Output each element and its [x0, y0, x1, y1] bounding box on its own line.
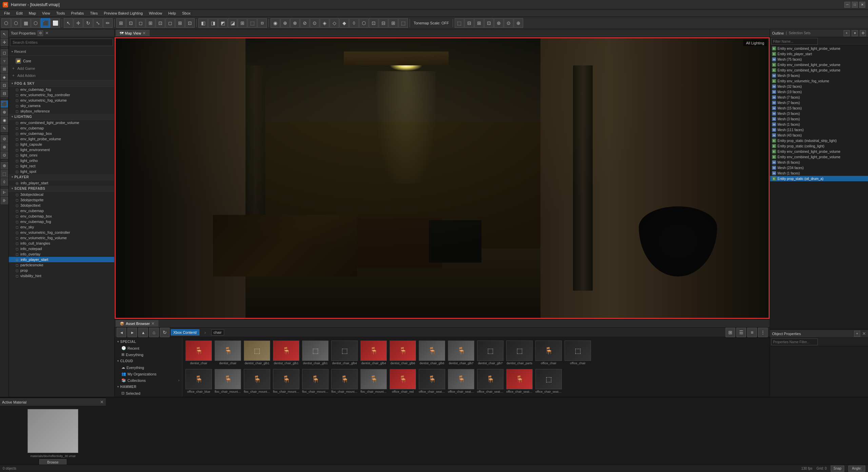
tool-6[interactable]: ◈ [1, 74, 8, 81]
entity-sp-cubemap-box[interactable]: ◻ env_cubemap_box [9, 213, 114, 219]
fog-sky-header[interactable]: FOG & SKY [9, 81, 114, 87]
lighting-header[interactable]: LIGHTING [9, 114, 114, 120]
asset-tab-close[interactable]: ✕ [151, 321, 155, 326]
boundary-btn-2[interactable]: ⬡ [11, 18, 21, 28]
entity-cubemap-box[interactable]: ◻ env_cubemap_box [9, 131, 114, 136]
entity-light-spot[interactable]: ◻ light_spot [9, 169, 114, 174]
paint-btn[interactable]: ✏ [103, 18, 113, 28]
view-btn-2[interactable]: ◨ [208, 18, 218, 28]
obj-prop-add[interactable]: + [854, 331, 860, 337]
map-view-tab[interactable]: 🗺 Map View ✕ [116, 30, 150, 36]
add-game-btn[interactable]: ＋ Add Game [12, 65, 112, 72]
asset-everything-special[interactable]: ⊞ Everything [115, 351, 182, 358]
misc-btn-4[interactable]: ⊘ [300, 18, 310, 28]
outline-item-env-combined-3[interactable]: E Entity env_combined_light_probe_volume [770, 67, 868, 73]
disp-btn-2[interactable]: ⊟ [465, 18, 474, 28]
outline-filter-input[interactable] [771, 38, 818, 45]
asset-office-red[interactable]: 🪑 office_chair_red [389, 368, 416, 394]
tool-16[interactable]: ⊛ [1, 162, 8, 169]
asset-floc-1[interactable]: 🪑 floc_chair_mount_glb_5 [214, 368, 241, 394]
menu-prefabs[interactable]: Prefabs [68, 11, 86, 16]
outline-item-env-combined-2[interactable]: E Entity env_combined_light_probe_volume [770, 62, 868, 67]
entity-info-cull[interactable]: ◻ info_cull_triangles [9, 241, 114, 246]
misc-btn-8[interactable]: ◆ [339, 18, 349, 28]
tool-12[interactable]: ✎ [1, 125, 8, 132]
asset-view-details[interactable]: ≡ [747, 328, 757, 337]
asset-dentist-chair-6[interactable]: ⬚ dentist_chair_glb4 [331, 340, 358, 366]
obj-prop-close[interactable]: ✕ [862, 331, 866, 336]
tool-15[interactable]: ⊙ [1, 151, 8, 159]
entity-3dobj-decal[interactable]: ◻ 3dobjectdecal [9, 192, 114, 197]
tool-5[interactable]: ⊞ [1, 65, 8, 73]
menu-sbox[interactable]: Sbox [179, 11, 193, 16]
asset-office-seat-4[interactable]: 🪑 office_chair_seat_glb_50 [506, 368, 533, 394]
misc-btn-5[interactable]: ⊙ [310, 18, 319, 28]
entity-search-input[interactable] [13, 40, 111, 44]
asset-floc-2[interactable]: 🪑 floc_chair_mount_glb_5 [243, 368, 271, 394]
view-btn-6[interactable]: ⬚ [248, 18, 257, 28]
menu-tiles[interactable]: Tiles [87, 11, 100, 16]
entity-light-ortho[interactable]: ◻ light_ortho [9, 158, 114, 163]
misc-btn-7[interactable]: ◇ [330, 18, 339, 28]
misc-btn-1[interactable]: ◉ [271, 18, 280, 28]
snap-btn[interactable]: Snap [831, 466, 844, 472]
asset-nav-fwd[interactable]: ▸ [127, 328, 137, 337]
grid-btn-3[interactable]: ◻ [136, 18, 145, 28]
meshes-btn[interactable]: ⬡ [31, 18, 40, 28]
disp-btn-5[interactable]: ⊛ [494, 18, 504, 28]
outline-item-mesh-1b[interactable]: M Mesh (1 faces) [770, 170, 868, 176]
asset-dentist-chair-1[interactable]: 🪑 dentist_chair [185, 340, 212, 366]
outline-item-mesh-43[interactable]: M Mesh (43 faces) [770, 132, 868, 138]
misc-btn-9[interactable]: ◊ [349, 18, 359, 28]
misc-btn-3[interactable]: ⊗ [290, 18, 300, 28]
entity-sky-camera[interactable]: ◻ sky_camera [9, 103, 114, 108]
asset-office-seat-2[interactable]: 🪑 office_chair_seat_glb_00 [448, 368, 475, 394]
tool-entity[interactable]: ⬛ [1, 100, 8, 108]
tool-20[interactable]: ⊪ [1, 197, 8, 204]
entity-light-rect[interactable]: ◻ light_rect [9, 163, 114, 169]
outline-item-mesh-3a[interactable]: M Mesh (3 faces) [770, 111, 868, 116]
tool-19[interactable]: ⊩ [1, 189, 8, 196]
entity-3dobj-sprite[interactable]: ◻ 3dobjectsprite [9, 197, 114, 203]
panel-close-btn[interactable]: ✕ [45, 30, 49, 36]
tool-7[interactable]: ⊡ [1, 82, 8, 89]
grid-btn-8[interactable]: ⊡ [185, 18, 195, 28]
asset-floc-4[interactable]: 🪑 floc_chair_mount_glb_0 [302, 368, 329, 394]
menu-map[interactable]: Map [26, 11, 39, 16]
map-tab-close[interactable]: ✕ [142, 31, 146, 36]
entity-sp-vol-fog-vol[interactable]: ◻ env_volumetric_fog_volume [9, 235, 114, 241]
entity-light-omni[interactable]: ◻ light_omni [9, 152, 114, 158]
translate-btn[interactable]: ✛ [74, 18, 83, 28]
asset-collections[interactable]: 📚 Collections › [115, 377, 182, 384]
outline-item-mesh-32[interactable]: M Mesh (32 faces) [770, 84, 868, 89]
tool-8[interactable]: ⊟ [1, 90, 8, 97]
entity-prop[interactable]: ◻ prop [9, 268, 114, 273]
asset-floc-6[interactable]: 🪑 floc_chair_mount_glb_5 [360, 368, 387, 394]
breadcrumb-xbox-content[interactable]: Xbox Content/ [171, 329, 199, 335]
outline-item-mesh-1[interactable]: M Mesh (1 faces) [770, 122, 868, 127]
outline-item-info-player[interactable]: E Entity info_player_start [770, 51, 868, 57]
grid-btn-6[interactable]: ◻ [165, 18, 175, 28]
entity-light-capsule[interactable]: ◻ light_capsule [9, 142, 114, 147]
outline-item-env-combined-5[interactable]: E Entity env_combined_light_probe_volume [770, 154, 868, 160]
outline-item-prop-strip[interactable]: E Entity prop_static (industrial_strip_l… [770, 138, 868, 143]
hammer-header[interactable]: HAMMER [115, 384, 182, 390]
tool-select[interactable]: ↖ [1, 30, 8, 38]
outline-item-prop-drum[interactable]: E Entity prop_static (oil_drum_a) [770, 176, 868, 181]
asset-dentist-chair-2[interactable]: 🪑 dentist_chair [214, 340, 241, 366]
outline-item-mesh-7b[interactable]: M Mesh (7 faces) [770, 100, 868, 105]
entity-light-probe-vol[interactable]: ◻ env_light_probe_volume [9, 136, 114, 142]
grid-btn-2[interactable]: ⊡ [126, 18, 136, 28]
asset-office-seat-1[interactable]: 🪑 office_chair_seat_glb_00 [418, 368, 446, 394]
outline-filter-btn[interactable]: ▾ [852, 30, 858, 36]
entity-vol-fog-ctrl[interactable]: ◻ env_volumetric_fog_controller [9, 92, 114, 98]
scene-prefabs-header[interactable]: SCENE PREFABS [9, 186, 114, 192]
entity-info-player-sp[interactable]: ◎ info_player_start [9, 257, 114, 262]
asset-dentist-chair-8[interactable]: 🪑 dentist_chair_glb6 [389, 340, 416, 366]
active-mat-close[interactable]: ✕ [100, 399, 104, 405]
asset-dentist-chair-4[interactable]: 🪑 dentist_chair_glb1 [273, 340, 300, 366]
objects-btn[interactable]: ⬛ [41, 18, 50, 28]
asset-office-chair-1[interactable]: 🪑 office_chair [535, 340, 562, 366]
asset-dentist-chair-12[interactable]: ⬚ dentist_chair_parts [506, 340, 533, 366]
tool-10[interactable]: ⊕ [1, 108, 8, 116]
